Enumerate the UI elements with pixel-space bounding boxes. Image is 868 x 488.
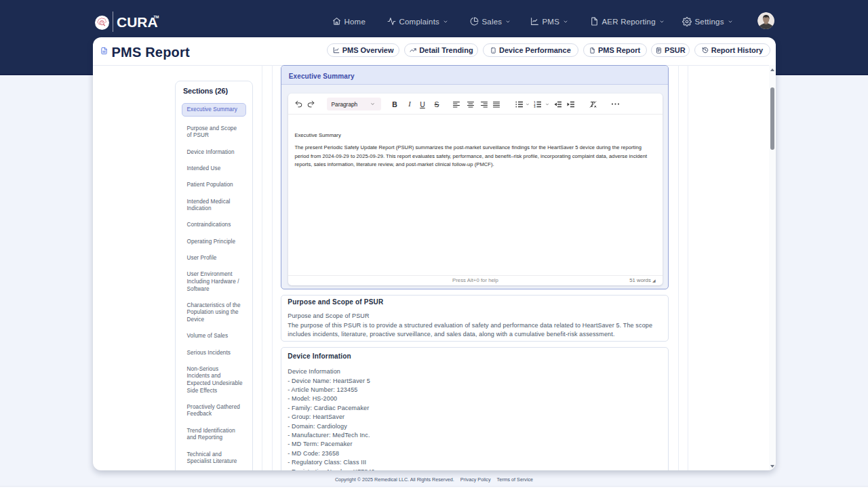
svg-text:3: 3 (534, 105, 536, 108)
